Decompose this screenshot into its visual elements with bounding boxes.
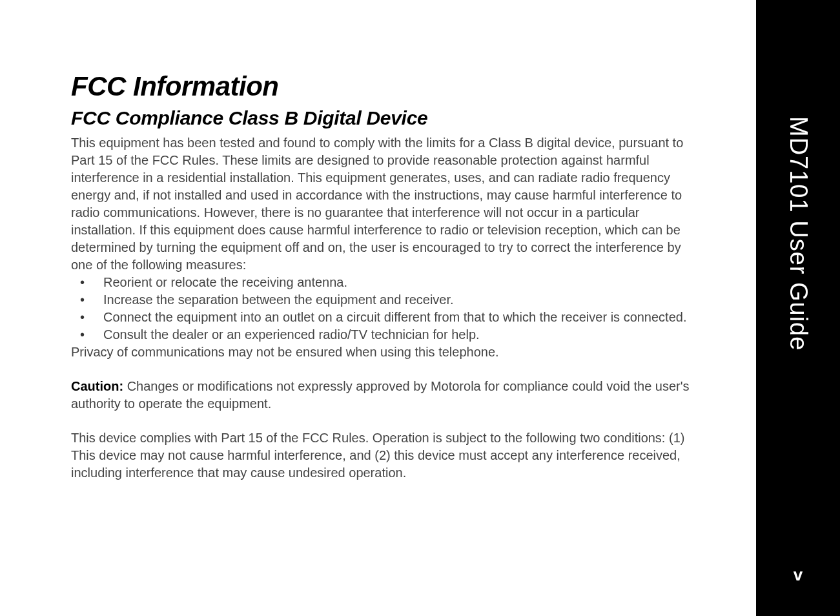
part15-paragraph: This device complies with Part 15 of the… (71, 429, 691, 482)
page-number: v (794, 565, 803, 585)
list-item: Connect the equipment into an outlet on … (71, 309, 691, 326)
list-item: Increase the separation between the equi… (71, 291, 691, 309)
page-content: FCC Information FCC Compliance Class B D… (0, 0, 755, 520)
list-item: Reorient or relocate the receiving anten… (71, 274, 691, 291)
sidebar: MD7101 User Guide v (756, 0, 840, 616)
page-title: FCC Information (71, 71, 691, 102)
caution-text: Changes or modifications not expressly a… (71, 379, 690, 411)
caution-paragraph: Caution: Changes or modifications not ex… (71, 378, 691, 413)
list-item: Consult the dealer or an experienced rad… (71, 326, 691, 344)
caution-label: Caution: (71, 379, 123, 393)
intro-paragraph: This equipment has been tested and found… (71, 134, 691, 274)
page-subtitle: FCC Compliance Class B Digital Device (71, 107, 691, 129)
privacy-paragraph: Privacy of communications may not be ens… (71, 344, 691, 361)
measures-list: Reorient or relocate the receiving anten… (71, 274, 691, 344)
document-title-vertical: MD7101 User Guide (784, 116, 812, 351)
